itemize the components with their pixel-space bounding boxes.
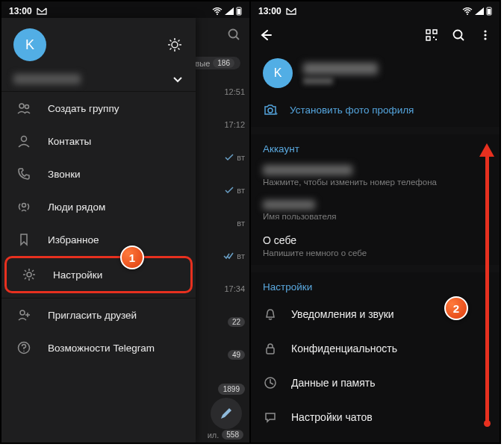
menu-label: Люди рядом [48,201,105,213]
svg-rect-2 [237,9,240,14]
more-icon[interactable] [479,28,492,42]
settings-toolbar [251,18,500,52]
back-icon[interactable] [258,28,272,42]
menu-saved[interactable]: Избранное [1,223,196,256]
wifi-icon [212,7,223,15]
status-bar: 13:00 [251,1,500,18]
search-icon[interactable] [452,28,465,42]
menu-label: Избранное [48,234,99,246]
item-chat-settings[interactable]: Настройки чатов [251,400,500,434]
person-icon [16,134,31,149]
profile-status-redacted [303,78,333,84]
signal-icon [225,7,234,15]
svg-point-3 [229,30,237,38]
chevron-down-icon[interactable] [172,73,184,85]
svg-point-32 [484,30,486,32]
item-label: Настройки чатов [291,411,373,423]
svg-rect-37 [267,348,274,354]
qr-icon[interactable] [425,28,438,42]
camera-add-icon: + [263,103,278,116]
menu-features[interactable]: Возможности Telegram [1,331,196,364]
svg-line-12 [170,49,172,50]
signal-icon [475,7,484,15]
svg-point-0 [217,13,218,15]
about-setting[interactable]: О себе Напишите немного о себе [251,228,500,265]
about-subtitle: Напишите немного о себе [263,248,488,257]
menu-label: Возможности Telegram [48,343,155,354]
svg-point-35 [268,108,273,113]
phone-setting[interactable]: Нажмите, чтобы изменить номер телефона [251,159,500,194]
item-data[interactable]: Данные и память [251,366,500,400]
data-icon [263,375,278,390]
svg-rect-29 [435,39,437,40]
compose-fab[interactable] [211,398,242,429]
item-privacy[interactable]: Конфиденциальность [251,331,500,366]
set-profile-photo[interactable]: + Установить фото профиля [251,96,500,127]
phone-icon [16,166,31,181]
svg-point-30 [454,31,462,39]
lock-icon [263,341,278,356]
svg-point-18 [27,272,31,277]
avatar: K [263,58,293,88]
gear-icon [22,267,37,282]
invite-icon [16,307,31,322]
about-title: О себе [263,234,488,246]
svg-rect-24 [488,9,491,14]
step-badge-1: 1 [120,246,144,269]
menu-create-group[interactable]: Создать группу [1,92,196,125]
gmail-icon [286,7,296,15]
svg-point-17 [22,204,26,207]
item-label: Конфиденциальность [291,343,397,354]
section-settings: Настройки [251,272,500,297]
svg-line-13 [178,40,180,42]
menu-label: Контакты [48,136,91,147]
svg-point-22 [467,13,468,15]
profile-name-redacted [303,63,378,75]
phone-right: 13:00 K + Установить [251,1,500,443]
item-stickers[interactable]: Стикеры и эмодзи [251,434,500,443]
chat-list-peek: овые 186 12:51 17:12 вт вт вт вт 17:34 2… [196,18,249,443]
item-label: Уведомления и звуки [291,308,394,320]
wifi-icon [462,7,473,15]
menu-people-nearby[interactable]: Люди рядом [1,190,196,223]
status-bar: 13:00 [1,1,249,18]
menu-settings[interactable]: Настройки [4,256,193,293]
username-redacted [263,200,315,210]
svg-line-10 [170,40,172,42]
battery-icon [236,7,242,16]
account-name-redacted [13,74,81,84]
svg-point-21 [23,351,25,352]
svg-point-33 [484,34,486,36]
search-icon[interactable] [227,28,240,41]
svg-point-5 [172,42,178,48]
status-time: 13:00 [9,6,32,16]
username-setting[interactable]: Имя пользователя [251,194,500,228]
battery-icon [486,7,492,16]
menu-contacts[interactable]: Контакты [1,125,196,157]
avatar[interactable]: K [13,28,46,61]
set-photo-label: Установить фото профиля [290,104,414,116]
chat-icon [263,410,278,425]
svg-rect-26 [433,30,437,34]
svg-rect-27 [426,37,430,40]
phone-left: 13:00 овые 186 12:51 17:12 вт вт [1,1,251,443]
navigation-drawer: K Создать группу Контакты [1,18,196,443]
svg-line-31 [461,37,464,40]
profile-header[interactable]: K [251,52,500,96]
svg-point-19 [20,310,25,315]
help-icon [16,340,31,355]
item-label: Данные и память [291,377,375,389]
menu-label: Создать группу [48,103,119,114]
menu-calls[interactable]: Звонки [1,157,196,190]
svg-rect-25 [426,30,430,34]
menu-invite[interactable]: Пригласить друзей [1,298,196,331]
theme-toggle-icon[interactable] [166,36,184,54]
status-time: 13:00 [258,6,281,16]
svg-point-16 [22,137,27,142]
svg-line-11 [178,49,180,50]
username-subtitle: Имя пользователя [263,212,488,221]
phone-redacted [263,165,352,175]
svg-point-34 [484,37,486,40]
svg-point-14 [19,104,24,108]
scroll-up-arrow [485,154,489,423]
